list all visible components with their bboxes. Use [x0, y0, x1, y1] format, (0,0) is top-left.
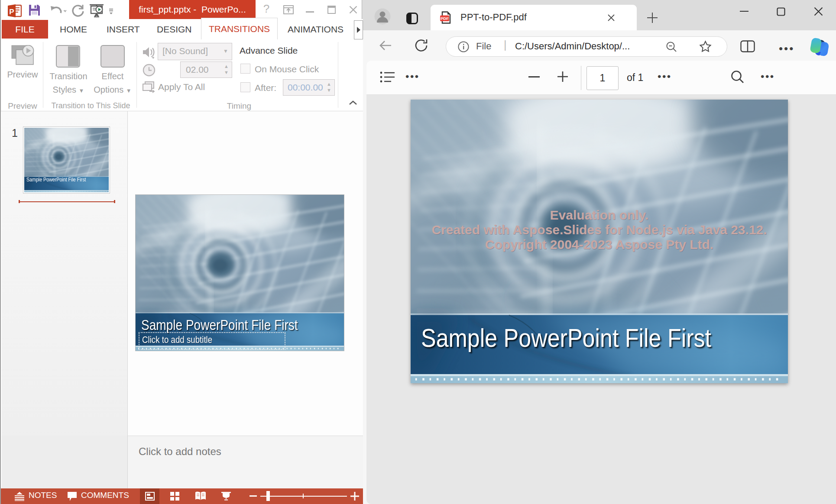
- svg-text:P: P: [9, 8, 14, 16]
- svg-text:PDF: PDF: [441, 16, 449, 21]
